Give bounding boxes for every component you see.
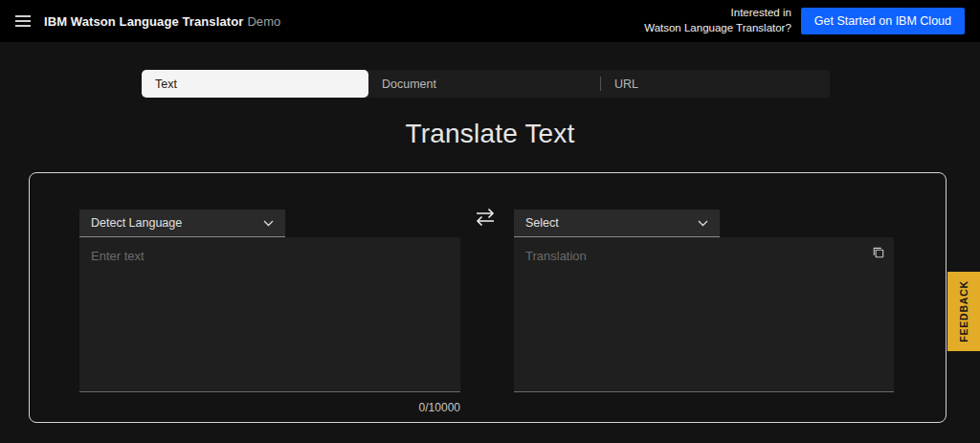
swap-arrows-icon (474, 208, 497, 227)
app-title-bold: IBM Watson Language Translator (44, 14, 243, 29)
promo-text: Interested in Watson Language Translator… (644, 6, 791, 35)
copy-icon (871, 246, 885, 260)
top-header: IBM Watson Language TranslatorDemo Inter… (0, 0, 980, 42)
hamburger-menu-button[interactable] (10, 8, 36, 34)
target-language-dropdown[interactable]: Select (514, 210, 720, 237)
app-window: IBM Watson Language TranslatorDemo Inter… (0, 0, 980, 443)
app-title: IBM Watson Language TranslatorDemo (44, 14, 280, 29)
page-title: Translate Text (0, 119, 980, 149)
target-textarea-wrap (514, 237, 894, 392)
tab-document[interactable]: Document (368, 70, 600, 98)
mode-tabs: Text Document URL (142, 70, 830, 98)
translation-output[interactable] (514, 237, 894, 392)
get-started-button[interactable]: Get Started on IBM Cloud (801, 8, 965, 34)
feedback-label: FEEDBACK (958, 280, 969, 343)
hamburger-menu-icon (15, 15, 31, 27)
chevron-down-icon (263, 220, 274, 227)
app-title-demo: Demo (247, 14, 280, 29)
source-textarea-wrap (79, 237, 460, 392)
translate-panel: Detect Language 0/10000 Select (29, 172, 947, 423)
header-right: Interested in Watson Language Translator… (644, 6, 965, 35)
promo-line-2: Watson Language Translator? (644, 21, 791, 36)
tab-url[interactable]: URL (601, 70, 830, 98)
feedback-button[interactable]: FEEDBACK (947, 272, 980, 351)
source-text-input[interactable] (79, 237, 460, 392)
promo-line-1: Interested in (644, 6, 791, 21)
source-column: Detect Language 0/10000 (79, 210, 460, 414)
target-column: Select (514, 210, 894, 392)
source-language-value: Detect Language (91, 216, 182, 230)
chevron-down-icon (698, 220, 708, 227)
tab-text[interactable]: Text (142, 70, 368, 98)
target-language-value: Select (525, 216, 559, 230)
char-count: 0/10000 (79, 401, 460, 414)
swap-languages-button[interactable] (470, 202, 501, 233)
copy-translation-button[interactable] (867, 242, 888, 263)
source-language-dropdown[interactable]: Detect Language (79, 210, 285, 237)
